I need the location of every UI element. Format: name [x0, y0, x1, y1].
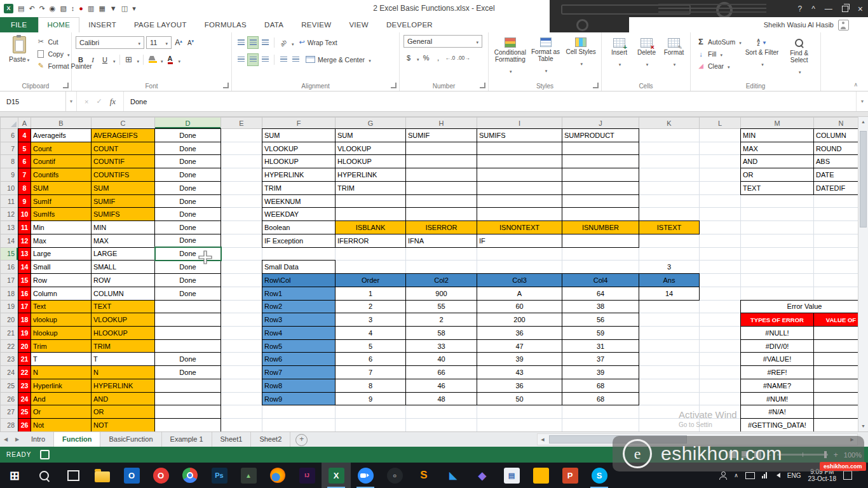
cell-H11[interactable] — [406, 194, 477, 208]
cell-E9[interactable] — [221, 168, 262, 182]
cell-H25[interactable]: 46 — [406, 379, 477, 392]
cell-C23[interactable]: T — [92, 353, 155, 366]
paste-button[interactable]: Paste — [4, 35, 34, 81]
cell-L10[interactable] — [700, 181, 741, 194]
cell-A13[interactable]: 11 — [18, 221, 31, 234]
cell-A16[interactable]: 14 — [18, 261, 31, 274]
cell-N21[interactable]: 1 — [814, 327, 858, 340]
cell-J7[interactable] — [562, 142, 639, 155]
cell-N11[interactable] — [814, 194, 858, 208]
scroll-up-arrow[interactable] — [858, 117, 868, 127]
cell-G12[interactable] — [336, 208, 406, 221]
cell-K21[interactable] — [639, 327, 700, 340]
cell-G23[interactable]: 6 — [336, 353, 406, 366]
row-header-25[interactable]: 25 — [1, 379, 18, 392]
cell-N13[interactable] — [814, 221, 858, 234]
cell-G25[interactable]: 8 — [336, 379, 406, 392]
cell-I9[interactable] — [477, 168, 562, 182]
cell-G24[interactable]: 7 — [336, 366, 406, 379]
column-header-I[interactable]: I — [477, 118, 562, 129]
sheet-tab-basicfunction[interactable]: BasicFunction — [100, 432, 161, 447]
firefox-browser[interactable] — [263, 463, 292, 488]
cell-N27[interactable]: 7 — [814, 405, 858, 419]
cell-D16[interactable]: Done — [155, 261, 221, 274]
cell-H19[interactable]: 55 — [406, 300, 477, 313]
cell-H27[interactable] — [406, 405, 477, 419]
package-app[interactable]: ◆ — [468, 463, 497, 488]
cell-N24[interactable]: 4 — [814, 366, 858, 379]
cell-D9[interactable]: Done — [155, 168, 221, 182]
cell-L24[interactable] — [700, 366, 741, 379]
cell-J9[interactable] — [562, 168, 639, 182]
cell-F8[interactable]: HLOOKUP — [262, 155, 336, 168]
row-header-19[interactable]: 19 — [1, 300, 18, 313]
pc-status-icon[interactable] — [745, 472, 755, 479]
cell-M20[interactable]: TYPES OF ERROR — [741, 313, 814, 327]
cell-L15[interactable] — [700, 247, 741, 261]
cell-A6[interactable]: 4 — [18, 129, 31, 142]
row-header-10[interactable]: 10 — [1, 181, 18, 194]
qat-customize-icon[interactable]: ▾ — [132, 3, 136, 14]
cell-E22[interactable] — [221, 339, 262, 353]
cell-A22[interactable]: 20 — [18, 339, 31, 353]
cell-E15[interactable] — [221, 247, 262, 261]
cell-M16[interactable] — [741, 261, 814, 274]
cell-B25[interactable]: Hyperlink — [31, 379, 92, 392]
column-header-J[interactable]: J — [562, 118, 639, 129]
record-macro-icon[interactable]: ● — [79, 3, 83, 14]
task-view-button[interactable] — [58, 463, 88, 488]
cell-B11[interactable]: SumIf — [31, 194, 92, 208]
skype[interactable]: S — [585, 463, 614, 488]
cell-A24[interactable]: 22 — [18, 366, 31, 379]
cell-J22[interactable]: 31 — [562, 339, 639, 353]
cell-A9[interactable]: 7 — [18, 168, 31, 182]
cell-F9[interactable]: HYPERLINK — [262, 168, 336, 182]
cell-E13[interactable] — [221, 221, 262, 234]
app-slot-18[interactable]: ▤ — [497, 463, 526, 488]
scroll-right-arrow[interactable] — [847, 437, 857, 442]
cell-N7[interactable]: ROUND — [814, 142, 858, 155]
cell-H12[interactable] — [406, 208, 477, 221]
cell-L27[interactable] — [700, 405, 741, 419]
cell-F22[interactable]: Row5 — [262, 339, 336, 353]
cell-B9[interactable]: Countifs — [31, 168, 92, 182]
page-break-view-button[interactable] — [754, 451, 761, 458]
cell-I8[interactable] — [477, 155, 562, 168]
cell-F23[interactable]: Row6 — [262, 353, 336, 366]
vscode[interactable]: ◣ — [438, 463, 468, 488]
cell-G11[interactable] — [336, 194, 406, 208]
cell-A17[interactable]: 15 — [18, 274, 31, 287]
cell-M17[interactable] — [741, 274, 814, 287]
name-box-dropdown-icon[interactable] — [66, 92, 77, 111]
cell-J19[interactable]: 38 — [562, 300, 639, 313]
cell-J24[interactable]: 39 — [562, 366, 639, 379]
cell-C17[interactable]: ROW — [92, 274, 155, 287]
sort-icon[interactable]: ↕ — [71, 3, 75, 14]
cell-M25[interactable]: #NAME? — [741, 379, 814, 392]
cell-I18[interactable]: A — [477, 287, 562, 300]
cell-B6[interactable]: Averageifs — [31, 129, 92, 142]
ribbon-tab-review[interactable]: REVIEW — [292, 17, 340, 32]
bottom-align-button[interactable] — [260, 37, 270, 48]
insert-function-icon[interactable]: fx — [110, 97, 116, 107]
middle-align-button[interactable] — [248, 37, 258, 48]
cell-H20[interactable]: 2 — [406, 313, 477, 327]
cell-M8[interactable]: AND — [741, 155, 814, 168]
column-header-H[interactable]: H — [406, 118, 477, 129]
row-header-24[interactable]: 24 — [1, 366, 18, 379]
cell-M23[interactable]: #VALUE! — [741, 353, 814, 366]
cell-J6[interactable]: SUMPRODUCT — [562, 129, 639, 142]
sheet-nav-left-icon[interactable] — [0, 432, 11, 447]
app-slot-14[interactable]: ○ — [380, 463, 409, 488]
close-button[interactable]: × — [858, 4, 863, 14]
decrease-decimal-button[interactable]: .00→ — [458, 52, 470, 64]
cell-A23[interactable]: 21 — [18, 353, 31, 366]
cell-I28[interactable] — [477, 419, 562, 431]
cell-F25[interactable]: Row8 — [262, 379, 336, 392]
cell-B22[interactable]: Trim — [31, 339, 92, 353]
clear-button[interactable]: Clear — [695, 60, 743, 72]
styles-dialog-launcher[interactable] — [593, 83, 599, 88]
ribbon-tab-page-layout[interactable]: PAGE LAYOUT — [125, 17, 196, 32]
cell-I26[interactable]: 50 — [477, 392, 562, 405]
cell-I14[interactable]: IF — [477, 234, 562, 247]
